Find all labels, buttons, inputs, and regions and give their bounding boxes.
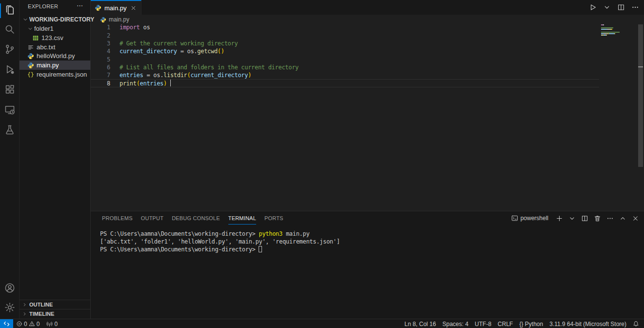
split-editor-button[interactable]: [617, 3, 625, 11]
code-line-4: 4current_directory = os.getcwd(): [91, 47, 599, 56]
tree-item-label: requirements.json: [37, 71, 87, 78]
remote-indicator[interactable]: [0, 319, 13, 328]
code-line-2: 2: [91, 32, 599, 40]
json-icon: [27, 71, 34, 78]
tab-bar: main.py: [91, 0, 644, 15]
line-number: 8: [91, 80, 110, 88]
activity-bar-item-extensions[interactable]: [0, 81, 20, 100]
code-editor[interactable]: main.py 1import os23# Get the current wo…: [91, 15, 644, 211]
launch-profile-dropdown-button[interactable]: [568, 215, 576, 222]
activity-bar-item-accounts[interactable]: [0, 280, 20, 298]
activity-bar-item-explorer[interactable]: [0, 1, 20, 20]
minimap-line: [601, 35, 607, 36]
tab-main-py[interactable]: main.py: [91, 0, 141, 15]
minimap-line: [601, 32, 620, 33]
panel-more-actions-button[interactable]: [606, 215, 614, 222]
activity-bar-item-testing[interactable]: [0, 122, 20, 140]
warning-icon: [29, 321, 35, 327]
tree-item-label: WORKING-DIRECTORY: [29, 16, 94, 23]
panel-tab-debug-console[interactable]: DEBUG CONSOLE: [172, 212, 220, 225]
tree-item-abc-txt[interactable]: abc.txt: [20, 42, 90, 52]
line-number: 2: [91, 32, 110, 40]
tree-item-helloworld-py[interactable]: helloWorld.py: [20, 51, 90, 61]
minimap[interactable]: [599, 23, 638, 211]
section-label: OUTLINE: [29, 302, 53, 308]
status-end-of-line[interactable]: CRLF: [498, 321, 513, 328]
sidebar-section-timeline[interactable]: TIMELINE: [20, 309, 90, 318]
text-cursor: [170, 80, 171, 86]
radio-tower-icon: [46, 321, 53, 327]
status-python-interpreter[interactable]: 3.11.9 64-bit (Microsoft Store): [549, 321, 626, 328]
activity-bar-item-run-and-debug[interactable]: [0, 61, 20, 80]
kill-terminal-button[interactable]: [594, 215, 601, 222]
close-icon[interactable]: [129, 4, 137, 12]
tab-label: main.py: [104, 4, 129, 12]
terminal-list-item[interactable]: powershell: [511, 215, 548, 222]
line-number: 1: [91, 23, 110, 32]
status-forwarded-ports[interactable]: 0: [46, 321, 58, 328]
section-label: TIMELINE: [29, 311, 54, 317]
tree-item-main-py[interactable]: main.py: [20, 61, 90, 70]
tree-item-requirements-json[interactable]: requirements.json: [20, 70, 90, 79]
code-line-6: 6# List all files and folders in the cur…: [91, 63, 599, 72]
code-line-text: # Get the current working directory: [120, 40, 238, 48]
tree-folder-folder1[interactable]: folder1: [20, 24, 90, 33]
activity-bar-item-search[interactable]: [0, 21, 20, 40]
activity-bar-item-source-control[interactable]: [0, 41, 20, 60]
vscode-window: EXPLORER ⋯ WORKING-DIRECTORYfolder1123.c…: [0, 0, 644, 328]
status-label: 3.11.9 64-bit (Microsoft Store): [549, 321, 626, 328]
run-button[interactable]: [589, 3, 597, 11]
more-actions-button[interactable]: [631, 3, 639, 11]
panel-tab-terminal[interactable]: TERMINAL: [228, 212, 256, 225]
activity-bar-item-remote-explorer[interactable]: [0, 102, 20, 120]
code-line-3: 3# Get the current working directory: [91, 40, 599, 48]
minimap-line: [601, 24, 604, 25]
status-label: {} Python: [519, 321, 543, 328]
tree-item-label: 123.csv: [41, 34, 63, 41]
editor-group: main.py main.py 1import os23# Get the cu…: [91, 0, 644, 319]
scrollbar-slider[interactable]: [638, 24, 643, 167]
line-number: 3: [91, 40, 110, 48]
new-terminal-button[interactable]: [556, 215, 563, 222]
overview-cursor-marker: [638, 66, 643, 67]
breadcrumb[interactable]: main.py: [100, 16, 129, 23]
status-count: 0: [54, 321, 58, 328]
panel-tab-problems[interactable]: PROBLEMS: [102, 212, 133, 225]
terminal-line: PS C:\Users\aamna\Documents\working-dire…: [100, 246, 262, 253]
panel-tab-ports[interactable]: PORTS: [264, 212, 283, 225]
editor-scrollbar: [638, 15, 643, 211]
terminal-line: ['abc.txt', 'folder1', 'helloWorld.py', …: [100, 238, 340, 246]
status-cursor-position[interactable]: Ln 8, Col 16: [404, 321, 436, 328]
line-number: 5: [91, 56, 110, 64]
more-actions-icon[interactable]: ⋯: [77, 2, 83, 9]
remote-explorer-icon: [4, 104, 15, 117]
maximize-panel-button[interactable]: [619, 215, 626, 222]
sidebar-section-outline[interactable]: OUTLINE: [20, 300, 90, 309]
status-language-mode[interactable]: {} Python: [519, 321, 543, 328]
activity-bar-item-settings[interactable]: [0, 299, 20, 318]
minimap-line: [601, 29, 612, 30]
split-terminal-button[interactable]: [581, 215, 588, 222]
status-encoding[interactable]: UTF-8: [475, 321, 491, 328]
status-notifications[interactable]: [633, 321, 639, 327]
tree-item-123-csv[interactable]: 123.csv: [20, 33, 90, 42]
minimap-line: [601, 33, 615, 34]
status-bar-left: 000: [16, 319, 58, 328]
tree-folder-working-directory[interactable]: WORKING-DIRECTORY: [20, 15, 90, 24]
terminal-icon: [511, 215, 518, 222]
debug-icon: [4, 64, 15, 77]
status-label: Ln 8, Col 16: [404, 321, 436, 328]
panel-tab-output[interactable]: OUTPUT: [141, 212, 163, 225]
code-line-text: import os: [120, 23, 150, 32]
run-dropdown-button[interactable]: [603, 3, 611, 11]
code-line-text: # List all files and folders in the curr…: [120, 63, 299, 72]
status-problems[interactable]: 00: [16, 321, 40, 328]
gear-icon: [4, 302, 15, 315]
extensions-icon: [4, 84, 15, 97]
status-indentation[interactable]: Spaces: 4: [443, 321, 468, 328]
panel-action-icons: [556, 215, 639, 222]
chevron-down-icon: [27, 26, 33, 32]
close-panel-button[interactable]: [632, 215, 639, 222]
account-icon: [4, 283, 15, 295]
tree-item-label: folder1: [34, 25, 54, 32]
